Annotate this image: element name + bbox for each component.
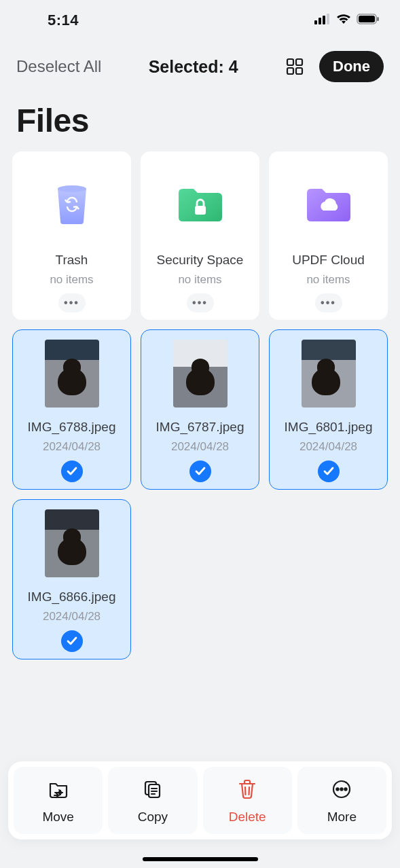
svg-point-21 (341, 788, 343, 790)
status-bar: 5:14 (0, 0, 400, 41)
file-thumbnail (302, 340, 356, 408)
folder-meta: no items (50, 273, 93, 287)
file-name: IMG_6866.jpeg (28, 590, 116, 604)
more-button[interactable]: More (297, 767, 386, 834)
selected-check-icon (61, 460, 83, 482)
svg-point-11 (58, 185, 86, 192)
deselect-all-button[interactable]: Deselect All (16, 57, 101, 76)
file-date: 2024/04/28 (171, 440, 229, 454)
cellular-icon (314, 14, 331, 27)
page-title: Files (0, 87, 400, 151)
home-indicator[interactable] (143, 857, 258, 861)
wifi-icon (336, 14, 351, 27)
file-item[interactable]: IMG_6787.jpeg 2024/04/28 (141, 329, 259, 490)
file-item[interactable]: IMG_6801.jpeg 2024/04/28 (269, 329, 388, 490)
trash-icon (52, 183, 92, 228)
selected-check-icon (189, 460, 211, 482)
svg-line-17 (245, 787, 246, 795)
copy-icon (141, 778, 164, 804)
file-date: 2024/04/28 (43, 440, 101, 454)
status-icons (314, 14, 380, 27)
more-icon[interactable]: ••• (187, 293, 214, 312)
folder-updf-cloud[interactable]: UPDF Cloud no items ••• (269, 151, 388, 320)
battery-icon (357, 14, 380, 27)
svg-rect-2 (323, 16, 325, 24)
more-label: More (327, 810, 357, 825)
file-name: IMG_6801.jpeg (285, 420, 373, 435)
copy-label: Copy (138, 810, 168, 825)
file-date: 2024/04/28 (299, 440, 357, 454)
folder-security-space[interactable]: Security Space no items ••• (141, 151, 259, 320)
trash-icon (236, 778, 259, 804)
file-grid: Trash no items ••• Security Space no ite… (0, 151, 400, 659)
cloud-folder-icon (304, 185, 353, 227)
svg-rect-0 (314, 20, 317, 24)
file-name: IMG_6788.jpeg (28, 420, 116, 435)
delete-label: Delete (229, 810, 266, 825)
selection-count: Selected: 4 (149, 57, 238, 77)
selected-check-icon (61, 630, 83, 652)
svg-point-20 (337, 788, 339, 790)
file-item[interactable]: IMG_6866.jpeg 2024/04/28 (12, 499, 131, 659)
delete-button[interactable]: Delete (203, 767, 292, 834)
file-date: 2024/04/28 (43, 610, 101, 623)
folder-name: UPDF Cloud (292, 253, 365, 268)
folder-name: Trash (56, 253, 88, 268)
svg-rect-7 (287, 59, 293, 65)
folder-trash[interactable]: Trash no items ••• (12, 151, 131, 320)
folder-meta: no items (306, 273, 350, 287)
status-time: 5:14 (48, 12, 79, 29)
selection-toolbar: Deselect All Selected: 4 Done (0, 41, 400, 87)
file-thumbnail (45, 340, 99, 408)
svg-rect-3 (327, 14, 329, 24)
svg-rect-8 (296, 59, 302, 65)
svg-point-22 (345, 788, 347, 790)
svg-rect-1 (319, 18, 321, 24)
folder-name: Security Space (157, 253, 244, 268)
svg-rect-5 (359, 16, 375, 22)
folder-meta: no items (178, 273, 221, 287)
more-icon[interactable]: ••• (315, 293, 342, 312)
lock-folder-icon (176, 185, 225, 227)
action-toolbar: Move Copy Delete More (8, 761, 392, 839)
svg-rect-12 (195, 206, 206, 215)
move-icon (47, 778, 70, 804)
copy-button[interactable]: Copy (108, 767, 197, 834)
move-label: Move (42, 810, 73, 825)
file-name: IMG_6787.jpeg (156, 420, 244, 435)
svg-line-18 (249, 787, 250, 795)
svg-rect-10 (296, 68, 302, 74)
move-button[interactable]: Move (14, 767, 103, 834)
file-item[interactable]: IMG_6788.jpeg 2024/04/28 (12, 329, 131, 490)
view-grid-icon[interactable] (285, 57, 304, 76)
svg-rect-9 (287, 68, 293, 74)
file-thumbnail (45, 509, 99, 577)
file-thumbnail (173, 340, 228, 408)
selected-check-icon (318, 460, 340, 482)
more-icon[interactable]: ••• (58, 293, 86, 312)
svg-rect-6 (377, 17, 379, 21)
more-icon (330, 778, 353, 804)
done-button[interactable]: Done (319, 51, 384, 82)
